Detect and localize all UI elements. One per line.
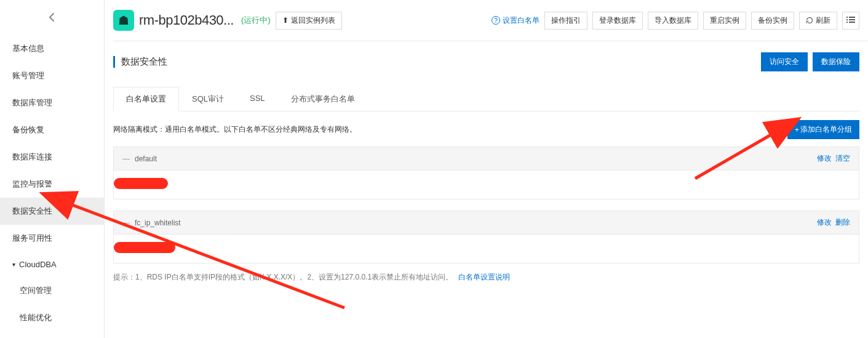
edit-group-link[interactable]: 修改	[817, 217, 832, 228]
button-label: 导入数据库	[655, 15, 691, 26]
sidebar-item-label: 服务可用性	[12, 233, 52, 244]
sidebar: 基本信息 账号管理 数据库管理 备份恢复 数据库连接 监控与报警 数据安全性 服…	[0, 0, 105, 338]
tab-ssl[interactable]: SSL	[237, 87, 278, 111]
page-header: ☗ rm-bp102b430... (运行中) ⬆ 返回实例列表 ? 设置白名单…	[105, 10, 868, 31]
svg-rect-2	[846, 19, 848, 20]
svg-rect-0	[846, 17, 848, 18]
whitelist-group-body	[113, 171, 859, 199]
sidebar-item-backup-restore[interactable]: 备份恢复	[0, 116, 104, 143]
tab-label: SQL审计	[192, 94, 224, 103]
sidebar-item-database-mgmt[interactable]: 数据库管理	[0, 89, 104, 116]
sidebar-item-account-mgmt[interactable]: 账号管理	[0, 62, 104, 89]
svg-rect-5	[849, 22, 855, 23]
import-db-button[interactable]: 导入数据库	[648, 12, 698, 30]
sidebar-item-perf-opt[interactable]: 性能优化	[0, 304, 104, 331]
redacted-ip	[114, 242, 175, 253]
collapse-icon[interactable]: —	[122, 155, 130, 163]
button-label: 刷新	[816, 15, 830, 26]
tab-label: 白名单设置	[126, 94, 166, 103]
refresh-button[interactable]: 刷新	[799, 12, 837, 30]
whitelist-group-header: — fc_ip_whitelist 修改 删除	[113, 211, 859, 235]
button-label: 重启实例	[710, 15, 739, 26]
sidebar-item-label: 基本信息	[12, 43, 44, 54]
sidebar-item-basic-info[interactable]: 基本信息	[0, 35, 104, 62]
svg-rect-3	[849, 19, 855, 20]
whitelist-doc-link[interactable]: 白名单设置说明	[458, 272, 510, 283]
clear-group-link[interactable]: 清空	[835, 153, 850, 164]
plus-icon: +	[795, 126, 799, 134]
caret-down-icon: ▾	[12, 261, 15, 268]
backup-button[interactable]: 备份实例	[751, 12, 794, 30]
sidebar-item-label: 数据安全性	[12, 206, 52, 217]
hint-row: 提示：1、RDS IP白名单支持IP段的格式（如X.X.X.X/X）。2、设置为…	[113, 264, 859, 291]
restart-button[interactable]: 重启实例	[703, 12, 746, 30]
back-to-list-button[interactable]: ⬆ 返回实例列表	[276, 12, 342, 30]
data-insurance-button[interactable]: 数据保险	[813, 52, 859, 71]
menu-button[interactable]	[842, 12, 859, 30]
sidebar-item-label: 数据库连接	[12, 151, 52, 163]
main-content: ☗ rm-bp102b430... (运行中) ⬆ 返回实例列表 ? 设置白名单…	[105, 0, 868, 291]
instance-status: (运行中)	[241, 15, 271, 26]
sidebar-item-data-security[interactable]: 数据安全性	[0, 198, 104, 225]
section-title: 数据安全性	[113, 56, 167, 68]
sidebar-item-label: 备份恢复	[12, 124, 44, 135]
tab-whitelist[interactable]: 白名单设置	[113, 87, 179, 111]
delete-group-link[interactable]: 删除	[835, 217, 850, 228]
access-security-button[interactable]: 访问安全	[761, 52, 808, 71]
database-icon: ☗	[113, 10, 134, 31]
login-db-button[interactable]: 登录数据库	[592, 12, 643, 30]
svg-rect-4	[846, 22, 848, 23]
sidebar-item-label: 账号管理	[12, 70, 44, 81]
tab-label: SSL	[250, 94, 265, 103]
add-whitelist-group-button[interactable]: + 添加白名单分组	[787, 120, 859, 139]
group-name: default	[135, 155, 157, 163]
button-label: 添加白名单分组	[800, 124, 852, 135]
security-section: 数据安全性 访问安全 数据保险 白名单设置 SQL审计 SSL 分布式事务白名单…	[105, 41, 868, 291]
edit-group-link[interactable]: 修改	[817, 153, 832, 164]
redacted-ip	[114, 178, 168, 189]
sidebar-item-label: 性能优化	[20, 312, 52, 323]
sidebar-item-lock-opt[interactable]: 锁优化	[0, 331, 104, 338]
help-icon: ?	[492, 16, 500, 25]
button-label: 访问安全	[770, 57, 799, 66]
sidebar-item-label: 数据库管理	[12, 97, 52, 108]
button-label: 数据保险	[821, 57, 851, 66]
sidebar-item-service-availability[interactable]: 服务可用性	[0, 225, 104, 252]
mode-row: 网络隔离模式：通用白名单模式。以下白名单不区分经典网络及专有网络。 + 添加白名…	[113, 111, 859, 147]
button-label: 登录数据库	[599, 15, 636, 26]
button-label: 操作指引	[551, 15, 581, 26]
group-name: fc_ip_whitelist	[135, 219, 181, 227]
link-label: 设置白名单	[503, 15, 540, 26]
svg-rect-1	[849, 17, 855, 18]
sidebar-group-label: CloudDBA	[19, 260, 57, 269]
whitelist-group-body	[113, 235, 859, 264]
back-button[interactable]	[0, 0, 104, 35]
tabs: 白名单设置 SQL审计 SSL 分布式事务白名单	[113, 86, 859, 111]
sidebar-group-clouddba[interactable]: ▾ CloudDBA	[0, 252, 104, 277]
sidebar-item-db-connection[interactable]: 数据库连接	[0, 143, 104, 171]
mode-text: 网络隔离模式：通用白名单模式。以下白名单不区分经典网络及专有网络。	[113, 124, 357, 135]
header-actions: ? 设置白名单 操作指引 登录数据库 导入数据库 重启实例 备份实例 刷新	[492, 12, 859, 30]
tab-label: 分布式事务白名单	[291, 94, 355, 103]
tab-sql-audit[interactable]: SQL审计	[179, 87, 237, 111]
instance-title: rm-bp102b430...	[139, 12, 234, 28]
button-label: 返回实例列表	[291, 15, 335, 26]
upload-icon: ⬆	[282, 16, 289, 25]
set-whitelist-link[interactable]: ? 设置白名单	[492, 15, 540, 26]
sidebar-item-label: 监控与报警	[12, 179, 52, 190]
sidebar-item-monitor-alarm[interactable]: 监控与报警	[0, 171, 104, 198]
guide-button[interactable]: 操作指引	[544, 12, 587, 30]
list-icon	[846, 15, 855, 24]
tab-distributed-whitelist[interactable]: 分布式事务白名单	[278, 87, 368, 111]
button-label: 备份实例	[758, 15, 787, 26]
hint-text: 提示：1、RDS IP白名单支持IP段的格式（如X.X.X.X/X）。2、设置为…	[113, 273, 453, 281]
collapse-icon[interactable]: —	[122, 219, 130, 227]
refresh-icon	[806, 17, 813, 24]
whitelist-group-header: — default 修改 清空	[113, 147, 859, 171]
sidebar-item-label: 空间管理	[20, 285, 52, 296]
sidebar-item-space-mgmt[interactable]: 空间管理	[0, 277, 104, 304]
